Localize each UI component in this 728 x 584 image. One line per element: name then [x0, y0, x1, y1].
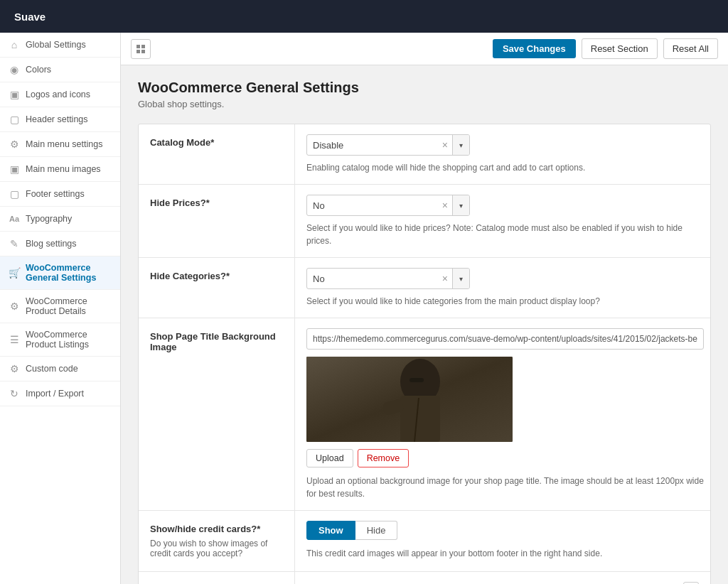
home-icon: ⌂ [9, 39, 20, 50]
sidebar-item-label: Header settings [26, 114, 88, 124]
grid-icon [136, 44, 146, 54]
svg-rect-7 [400, 396, 440, 442]
show-credit-cards-row: Show/hide credit cards?* Do you wish to … [139, 511, 710, 572]
monitor2-icon: ▢ [9, 114, 20, 125]
remove-button[interactable]: Remove [358, 449, 410, 467]
refresh-icon: ↻ [9, 388, 20, 399]
sidebar-item-label: WooCommerce General Settings [26, 263, 112, 283]
upload-button[interactable]: Upload [306, 449, 353, 467]
hide-prices-arrow[interactable]: ▾ [452, 195, 469, 215]
hide-categories-selected: No [307, 274, 438, 284]
show-credit-cards-value: Show Hide This credit card images will a… [295, 511, 710, 571]
hide-categories-help: Select if you would like to hide categor… [306, 295, 699, 308]
page-subtitle: Global shop settings. [138, 99, 711, 109]
hide-categories-arrow[interactable]: ▾ [452, 269, 469, 288]
hide-categories-clear[interactable]: × [438, 273, 452, 284]
shop-bg-image-value: https://themedemo.commercegurus.com/suav… [295, 318, 715, 510]
catalog-mode-value: Disable × ▾ Enabling catalog mode will h… [295, 124, 710, 184]
sidebar-item-label: Custom code [26, 364, 78, 374]
catalog-mode-label: Catalog Mode* [139, 124, 295, 184]
catalog-mode-row: Catalog Mode* Disable × ▾ Enabling catal… [139, 124, 710, 185]
sidebar-item-label: Blog settings [26, 239, 77, 249]
sidebar-item-blog-settings[interactable]: ✎ Blog settings [0, 232, 120, 256]
hide-categories-select[interactable]: No × ▾ [306, 268, 470, 289]
hide-categories-row: Hide Categories?* No × ▾ Select if you w… [139, 258, 710, 318]
gear-icon: ⚙ [9, 139, 20, 150]
svg-rect-3 [141, 50, 145, 53]
save-changes-button[interactable]: Save Changes [493, 39, 576, 58]
sidebar-item-main-menu-settings[interactable]: ⚙ Main menu settings [0, 132, 120, 157]
catalog-mode-select[interactable]: Disable × ▾ [306, 134, 470, 156]
hide-prices-select[interactable]: No × ▾ [306, 195, 470, 216]
sidebar-item-logos-icons[interactable]: ▣ Logos and icons [0, 82, 120, 107]
shop-bg-image-help: Upload an optional background image for … [306, 475, 704, 500]
sidebar-item-import-export[interactable]: ↻ Import / Export [0, 382, 120, 406]
sidebar-item-footer-settings[interactable]: ▢ Footer settings [0, 182, 120, 207]
page-content: WooCommerce General Settings Global shop… [121, 65, 728, 584]
catalog-mode-help: Enabling catalog mode will hide the shop… [306, 161, 699, 174]
select-credit-cards-row: Select credit cards to display* Visa + [139, 572, 710, 584]
sidebar-item-label: WooCommerce Product Details [26, 296, 112, 316]
shop-preview-svg [306, 357, 513, 442]
sidebar-item-woocommerce-general[interactable]: 🛒 WooCommerce General Settings [0, 256, 120, 290]
list-icon: ☰ [9, 334, 20, 345]
sidebar-item-custom-code[interactable]: ⚙ Custom code [0, 357, 120, 382]
monitor-icon: ▣ [9, 89, 20, 100]
hide-button[interactable]: Hide [355, 521, 398, 540]
sidebar-item-label: Logos and icons [26, 90, 90, 99]
sidebar-item-woocommerce-product-details[interactable]: ⚙ WooCommerce Product Details [0, 290, 120, 323]
main-content: Save Changes Reset Section Reset All Woo… [121, 33, 728, 584]
catalog-mode-arrow[interactable]: ▾ [452, 135, 469, 155]
sidebar-item-header-settings[interactable]: ▢ Header settings [0, 107, 120, 132]
hide-prices-label: Hide Prices?* [139, 185, 295, 257]
text-icon: Aa [9, 213, 20, 225]
sidebar-item-colors[interactable]: ◉ Colors [0, 58, 120, 82]
footer-icon: ▢ [9, 188, 20, 200]
sidebar-item-label: Import / Export [26, 389, 84, 399]
shop-bg-image-row: Shop Page Title Background Image https:/… [139, 318, 710, 511]
sidebar-item-label: Colors [26, 65, 51, 75]
hide-categories-value: No × ▾ Select if you would like to hide … [295, 258, 710, 318]
page-title: WooCommerce General Settings [138, 80, 711, 96]
select-credit-cards-value: Visa + [295, 572, 710, 584]
sidebar-item-label: Main menu images [26, 164, 101, 174]
svg-rect-2 [136, 50, 140, 53]
sidebar-item-label: WooCommerce Product Listings [26, 330, 112, 350]
hide-prices-selected: No [307, 200, 438, 211]
cart-icon: 🛒 [9, 267, 20, 279]
hide-prices-clear[interactable]: × [438, 200, 452, 211]
settings-container: Catalog Mode* Disable × ▾ Enabling catal… [138, 124, 711, 584]
show-hide-toggle: Show Hide [306, 521, 699, 540]
svg-rect-10 [410, 378, 424, 382]
sidebar-item-label: Main menu settings [26, 139, 102, 149]
show-credit-cards-label: Show/hide credit cards?* Do you wish to … [139, 511, 295, 571]
show-button[interactable]: Show [306, 521, 355, 540]
catalog-mode-clear[interactable]: × [438, 139, 452, 151]
shop-bg-image-preview [306, 357, 513, 442]
grid-view-button[interactable] [131, 39, 151, 59]
hide-categories-label: Hide Categories?* [139, 258, 295, 318]
reset-all-button[interactable]: Reset All [663, 38, 718, 59]
app-title: Suave [14, 11, 46, 23]
hide-prices-row: Hide Prices?* No × ▾ Select if you would… [139, 185, 710, 258]
image-buttons: Upload Remove [306, 449, 704, 467]
hide-prices-value: No × ▾ Select if you would like to hide … [295, 185, 710, 257]
drop-icon: ◉ [9, 64, 20, 75]
select-credit-cards-label: Select credit cards to display* [139, 572, 295, 584]
edit-icon: ✎ [9, 238, 20, 249]
details-icon: ⚙ [9, 301, 20, 312]
sidebar: ⌂ Global Settings ◉ Colors ▣ Logos and i… [0, 33, 121, 584]
catalog-mode-selected: Disable [307, 140, 438, 151]
image-icon: ▣ [9, 163, 20, 175]
sidebar-item-woocommerce-product-listings[interactable]: ☰ WooCommerce Product Listings [0, 323, 120, 357]
svg-rect-1 [141, 45, 145, 48]
reset-section-button[interactable]: Reset Section [582, 38, 658, 59]
sidebar-item-main-menu-images[interactable]: ▣ Main menu images [0, 157, 120, 182]
hide-prices-help: Select if you would like to hide prices?… [306, 222, 699, 247]
sidebar-item-label: Typography [26, 214, 72, 224]
sidebar-item-label: Global Settings [26, 40, 86, 50]
sidebar-item-global-settings[interactable]: ⌂ Global Settings [0, 33, 120, 58]
shop-bg-image-url[interactable]: https://themedemo.commercegurus.com/suav… [306, 328, 704, 350]
sidebar-item-typography[interactable]: Aa Typography [0, 207, 120, 232]
toolbar: Save Changes Reset Section Reset All [121, 33, 728, 65]
